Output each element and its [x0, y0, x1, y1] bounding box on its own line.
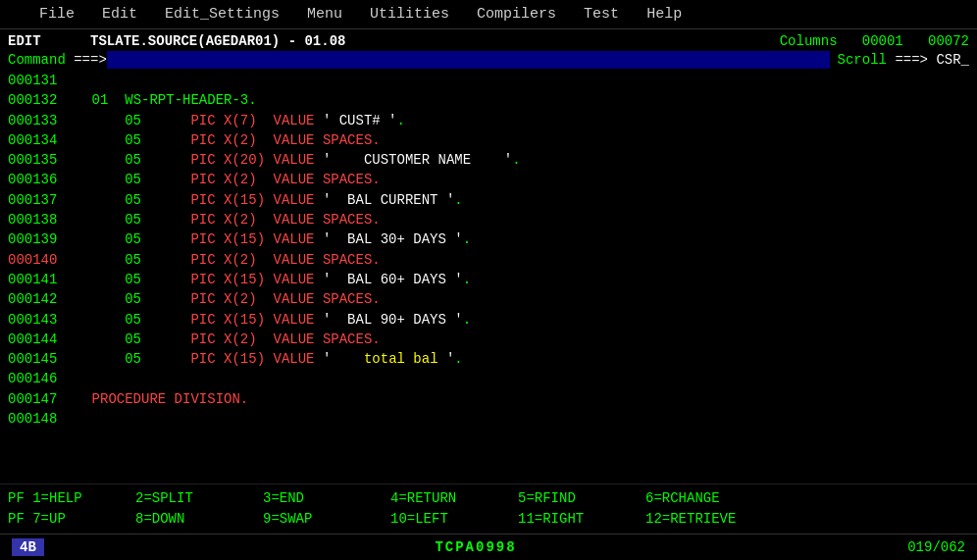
- command-input[interactable]: [107, 51, 830, 69]
- table-row: 000143 05 PIC X(15) VALUE ' BAL 90+ DAYS…: [8, 310, 969, 330]
- menu-item-edit_settings[interactable]: Edit_Settings: [165, 6, 280, 23]
- table-row: 000136 05 PIC X(2) VALUE SPACES.: [8, 170, 969, 189]
- table-row: 000138 05 PIC X(2) VALUE SPACES.: [8, 210, 969, 229]
- line-content: 05 PIC X(2) VALUE SPACES.: [59, 170, 381, 189]
- line-content: PROCEDURE DIVISION.: [59, 389, 248, 409]
- file-title: TSLATE.SOURCE(AGEDAR01) - 01.08: [90, 33, 345, 49]
- table-row: 000142 05 PIC X(2) VALUE SPACES.: [8, 289, 969, 309]
- pf-key: PF 7=UP: [8, 509, 135, 530]
- line-content: 05 PIC X(2) VALUE SPACES.: [59, 210, 381, 229]
- scroll-value: CSR_: [936, 52, 969, 68]
- line-number: 000142: [8, 289, 59, 309]
- line-number: 000145: [8, 349, 59, 369]
- command-label: Command: [8, 52, 66, 68]
- line-content: 05 PIC X(2) VALUE SPACES.: [59, 130, 381, 150]
- menu-item-test[interactable]: Test: [584, 6, 619, 23]
- pf-key: 4=RETURN: [390, 488, 518, 509]
- table-row: 000147 PROCEDURE DIVISION.: [8, 389, 969, 409]
- table-row: 000144 05 PIC X(2) VALUE SPACES.: [8, 330, 969, 349]
- line-number: 000139: [8, 229, 59, 249]
- pfkeys-row2: PF 7=UP8=DOWN9=SWAP10=LEFT11=RIGHT12=RET…: [8, 509, 969, 530]
- line-number: 000136: [8, 170, 59, 189]
- status-left: 4B: [12, 538, 44, 556]
- line-number: 000148: [8, 409, 59, 429]
- pf-key: 8=DOWN: [135, 509, 263, 530]
- line-content: 05 PIC X(2) VALUE SPACES.: [59, 330, 381, 349]
- menu-item-menu[interactable]: Menu: [307, 6, 342, 23]
- line-number: 000143: [8, 310, 59, 330]
- line-number: 000137: [8, 190, 59, 210]
- table-row: 000148: [8, 409, 969, 429]
- menubar: FileEditEdit_SettingsMenuUtilitiesCompil…: [0, 0, 977, 29]
- line-content: 05 PIC X(15) VALUE ' total bal '.: [59, 349, 463, 369]
- table-row: 000133 05 PIC X(7) VALUE ' CUST# '.: [8, 111, 969, 130]
- pf-key: 11=RIGHT: [518, 509, 645, 530]
- line-content: 05 PIC X(15) VALUE ' BAL 30+ DAYS '.: [59, 229, 471, 249]
- line-number: 000140: [8, 250, 59, 270]
- line-content: 05 PIC X(2) VALUE SPACES.: [59, 289, 381, 309]
- code-area: 000131000132 01 WS-RPT-HEADER-3.000133 0…: [0, 69, 977, 484]
- status-right: 019/062: [907, 539, 965, 555]
- line-number: 000134: [8, 130, 59, 150]
- table-row: 000134 05 PIC X(2) VALUE SPACES.: [8, 130, 969, 150]
- line-content: 05 PIC X(2) VALUE SPACES.: [59, 250, 381, 270]
- line-number: 000146: [8, 369, 59, 388]
- line-number: 000138: [8, 210, 59, 229]
- table-row: 000140 05 PIC X(2) VALUE SPACES.: [8, 250, 969, 270]
- line-number: 000135: [8, 150, 59, 170]
- pf-key: 10=LEFT: [390, 509, 518, 530]
- table-row: 000131: [8, 71, 969, 90]
- command-arrow: ===>: [74, 52, 107, 68]
- line-number: 000131: [8, 71, 59, 90]
- line-number: 000132: [8, 90, 59, 110]
- pf-key: 6=RCHANGE: [645, 488, 773, 509]
- header: EDIT TSLATE.SOURCE(AGEDAR01) - 01.08 Col…: [0, 29, 977, 69]
- scroll-arrow: ===>: [895, 52, 928, 68]
- scroll-label: Scroll: [838, 52, 887, 68]
- pf-key: PF 1=HELP: [8, 488, 135, 509]
- edit-label: EDIT: [8, 33, 41, 49]
- table-row: 000145 05 PIC X(15) VALUE ' total bal '.: [8, 349, 969, 369]
- pfkeys-bar: PF 1=HELP2=SPLIT3=END4=RETURN5=RFIND6=RC…: [0, 484, 977, 534]
- table-row: 000146: [8, 369, 969, 388]
- pf-key: 12=RETRIEVE: [645, 509, 773, 530]
- col-start: 00001: [862, 33, 903, 49]
- table-row: 000141 05 PIC X(15) VALUE ' BAL 60+ DAYS…: [8, 270, 969, 289]
- menu-item-compilers[interactable]: Compilers: [477, 6, 556, 23]
- line-number: 000141: [8, 270, 59, 289]
- pfkeys-row1: PF 1=HELP2=SPLIT3=END4=RETURN5=RFIND6=RC…: [8, 488, 969, 509]
- columns-label: Columns: [780, 33, 838, 49]
- line-content: 05 PIC X(15) VALUE ' BAL CURRENT '.: [59, 190, 463, 210]
- line-number: 000133: [8, 111, 59, 130]
- menu-item-utilities[interactable]: Utilities: [370, 6, 449, 23]
- line-number: 000144: [8, 330, 59, 349]
- line-content: 05 PIC X(15) VALUE ' BAL 90+ DAYS '.: [59, 310, 471, 330]
- line-content: 05 PIC X(15) VALUE ' BAL 60+ DAYS '.: [59, 270, 471, 289]
- col-end: 00072: [928, 33, 969, 49]
- line-number: 000147: [8, 389, 59, 409]
- pf-key: 9=SWAP: [263, 509, 390, 530]
- table-row: 000132 01 WS-RPT-HEADER-3.: [8, 90, 969, 110]
- table-row: 000139 05 PIC X(15) VALUE ' BAL 30+ DAYS…: [8, 229, 969, 249]
- line-content: 05 PIC X(20) VALUE ' CUSTOMER NAME '.: [59, 150, 521, 170]
- table-row: 000135 05 PIC X(20) VALUE ' CUSTOMER NAM…: [8, 150, 969, 170]
- menu-item-file[interactable]: File: [39, 6, 75, 23]
- line-content: 01 WS-RPT-HEADER-3.: [59, 90, 257, 110]
- table-row: 000137 05 PIC X(15) VALUE ' BAL CURRENT …: [8, 190, 969, 210]
- pf-key: 5=RFIND: [518, 488, 645, 509]
- pf-key: 3=END: [263, 488, 390, 509]
- line-content: 05 PIC X(7) VALUE ' CUST# '.: [59, 111, 405, 130]
- menu-item-help[interactable]: Help: [646, 6, 682, 23]
- status-center: TCPA0998: [435, 539, 516, 555]
- pf-key: 2=SPLIT: [135, 488, 263, 509]
- menu-item-edit[interactable]: Edit: [102, 6, 137, 23]
- statusbar: 4B TCPA0998 019/062: [0, 534, 977, 560]
